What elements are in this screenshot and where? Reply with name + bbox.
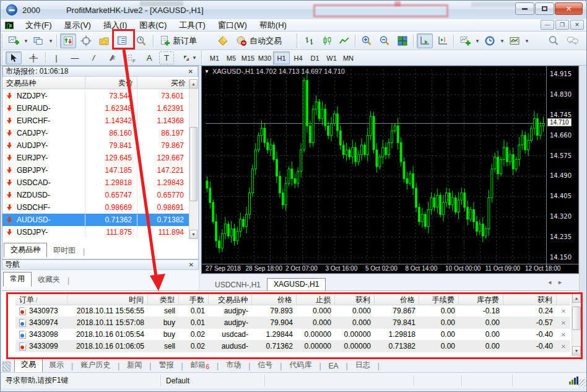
column-header-1[interactable]: 时间: [67, 294, 148, 305]
column-header-2[interactable]: 类型: [148, 294, 179, 305]
minimize-button[interactable]: [515, 2, 534, 15]
column-header-8[interactable]: 价格: [375, 294, 419, 305]
column-header-9[interactable]: 手续费: [419, 294, 459, 305]
column-header-symbol[interactable]: 交易品种: [2, 77, 85, 89]
fibonacci-button[interactable]: F: [123, 51, 138, 64]
symbol-row-gbpjpy[interactable]: GBPJPY-147.185147.221: [2, 164, 189, 176]
menu-item-6[interactable]: 帮助(H): [253, 19, 293, 32]
tab-terminal-5[interactable]: 邮箱6: [185, 359, 216, 372]
market-watch-title-bar[interactable]: 市场报价: 01:06:18 ✕: [2, 66, 198, 77]
symbol-row-eurchf[interactable]: EURCHF-1.143421.14368: [2, 115, 189, 127]
periods-dropdown[interactable]: ▼: [498, 33, 505, 48]
symbol-row-usdjpy[interactable]: USDJPY-111.875111.894: [2, 226, 189, 238]
cursor-button[interactable]: [6, 51, 22, 64]
scrollbar-thumb[interactable]: [572, 307, 581, 330]
auto-scroll-button[interactable]: [417, 33, 433, 48]
close-icon[interactable]: ✕: [186, 68, 195, 75]
menu-item-5[interactable]: 窗口(W): [212, 19, 253, 32]
bar-chart-button[interactable]: [302, 33, 318, 48]
toolbar-grip[interactable]: [201, 51, 203, 63]
close-order-icon[interactable]: ✕: [557, 320, 570, 326]
tab-terminal-10[interactable]: 日志: [349, 359, 376, 372]
scroll-down-icon[interactable]: ▼: [189, 230, 198, 239]
chevron-down-icon[interactable]: ▼: [204, 69, 209, 74]
profiles-dropdown[interactable]: ▼: [46, 33, 54, 48]
profiles-button[interactable]: [30, 33, 46, 48]
order-row-3430973[interactable]: 34309732018.10.11 15:56:55sell0.01audjpy…: [15, 305, 570, 317]
chart-shift-button[interactable]: [435, 33, 451, 48]
menu-item-1[interactable]: 显示(V): [58, 19, 97, 32]
symbol-row-eurjpy[interactable]: EURJPY-129.645129.667: [2, 152, 189, 164]
scroll-up-icon[interactable]: ▲: [189, 79, 198, 89]
timeframe-H4[interactable]: H4: [290, 51, 307, 64]
order-row-3433098[interactable]: 34330982018.10.16 01:05:54buy0.02usdcad-…: [15, 329, 570, 341]
tab-terminal-1[interactable]: 展示: [43, 359, 70, 372]
toolbar-grip[interactable]: [297, 34, 298, 48]
toolbar-grip[interactable]: [2, 34, 4, 48]
zoom-out-button[interactable]: [376, 33, 393, 48]
text-label-button[interactable]: T: [159, 51, 174, 64]
crosshair-button[interactable]: [25, 51, 41, 64]
strategy-tester-button[interactable]: [133, 33, 149, 48]
menu-item-3[interactable]: 图表(C): [133, 19, 173, 32]
tab-terminal-0[interactable]: 交易: [14, 357, 43, 372]
market-watch-scrollbar[interactable]: ▲ ▼: [189, 79, 198, 239]
channel-button[interactable]: //E: [105, 51, 120, 64]
new-order-button[interactable]: 新订单: [157, 33, 211, 48]
panel-handle-icon[interactable]: [2, 362, 11, 372]
tab-next-icon[interactable]: ►: [557, 279, 568, 285]
timeframe-H1[interactable]: H1: [273, 51, 290, 64]
templates-dropdown[interactable]: ▼: [523, 33, 530, 48]
vertical-line-button[interactable]: |: [49, 51, 64, 64]
symbol-row-usdchf[interactable]: USDCHF-0.986690.98691: [2, 201, 189, 214]
terminal-button[interactable]: [114, 33, 130, 48]
timeframe-M30[interactable]: M30: [256, 51, 273, 64]
column-header-7[interactable]: 获利: [335, 294, 375, 305]
tab-terminal-9[interactable]: EA: [323, 360, 345, 372]
close-order-icon[interactable]: ✕: [557, 331, 570, 338]
chart-plot-area[interactable]: [206, 69, 545, 264]
mdi-close-button[interactable]: ✕: [570, 20, 584, 30]
column-header-4[interactable]: 交易品种: [209, 294, 252, 305]
column-header-5[interactable]: 价格: [252, 294, 297, 305]
navigator-title-bar[interactable]: 导航 ✕: [2, 259, 199, 270]
scrollbar-thumb[interactable]: [189, 127, 198, 201]
column-header-11[interactable]: 获利: [503, 294, 557, 305]
terminal-scrollbar[interactable]: ▲ ▼: [572, 294, 581, 355]
symbol-row-audjpy[interactable]: AUDJPY-79.84179.867: [2, 139, 189, 152]
autotrading-button[interactable]: 自动交易: [233, 33, 293, 48]
symbol-row-euraud[interactable]: EURAUD-1.623481.62391: [2, 102, 189, 115]
tab-chart-0[interactable]: USDCNH-,H1: [209, 279, 267, 291]
chart-window-icon[interactable]: [5, 22, 14, 29]
order-row-3430974[interactable]: 34309742018.10.11 15:57:08buy0.01audjpy-…: [15, 317, 570, 329]
tab-navigator-0[interactable]: 常用: [3, 272, 32, 287]
timeframe-MN[interactable]: MN: [340, 51, 357, 64]
column-header-3[interactable]: 手数: [179, 294, 209, 305]
new-chart-button[interactable]: [6, 33, 22, 48]
community-chat-button[interactable]: [564, 33, 581, 48]
metaeditor-button[interactable]: [215, 33, 231, 48]
scroll-down-icon[interactable]: ▼: [572, 346, 581, 355]
symbol-row-nzdjpy[interactable]: NZDJPY-73.54473.601: [2, 90, 189, 102]
zoom-in-button[interactable]: [359, 33, 375, 48]
indicators-button[interactable]: [457, 33, 473, 48]
timeframe-M1[interactable]: M1: [206, 51, 223, 64]
tab-terminal-6[interactable]: 市场: [220, 359, 247, 372]
navigator-button[interactable]: [96, 33, 112, 48]
menu-item-0[interactable]: 文件(F): [19, 19, 58, 32]
menu-item-2[interactable]: 插入(I): [97, 19, 133, 32]
column-header-ask[interactable]: 买价: [137, 77, 189, 89]
text-button[interactable]: A: [142, 51, 157, 64]
timeframe-W1[interactable]: W1: [323, 51, 340, 64]
tab-market-watch-1[interactable]: 即时图: [47, 244, 82, 258]
trendline-button[interactable]: /: [86, 51, 101, 64]
arrows-button[interactable]: ▼: [179, 51, 200, 64]
symbol-row-nzdusd[interactable]: NZDUSD-0.657470.65770: [2, 189, 189, 201]
templates-button[interactable]: [507, 33, 523, 48]
title-bar[interactable]: 2000 ProfitMarketHK-Live2 - [XAGUSD-,H1]…: [1, 1, 587, 19]
candlestick-chart-button[interactable]: [319, 33, 335, 48]
periods-button[interactable]: [482, 33, 498, 48]
order-row-3433099[interactable]: 34330992018.10.16 01:06:05sell0.02audusd…: [15, 341, 570, 352]
status-profile[interactable]: Default: [161, 375, 265, 386]
tab-terminal-7[interactable]: 信号: [251, 359, 279, 372]
